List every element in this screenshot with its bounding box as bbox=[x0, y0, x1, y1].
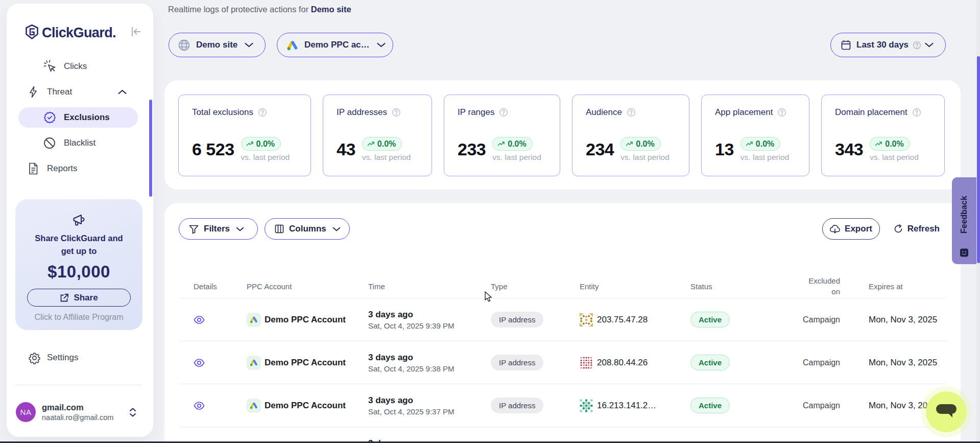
column-header-ppc-account[interactable]: PPC Account bbox=[247, 282, 368, 291]
calendar-icon bbox=[841, 40, 851, 50]
sidebar-item-blacklist[interactable]: Blacklist bbox=[18, 133, 138, 153]
entity-value: 203.75.47.28 bbox=[597, 315, 648, 325]
sidebar-item-threat[interactable]: Threat bbox=[18, 82, 138, 102]
eye-icon[interactable] bbox=[194, 402, 247, 410]
entity-value: 208.80.44.26 bbox=[597, 358, 648, 368]
ppc-account-name: Demo PPC Account bbox=[265, 358, 346, 368]
eye-icon[interactable] bbox=[194, 316, 247, 324]
stat-delta: 0.0% bbox=[377, 139, 396, 149]
time-full: Sat, Oct 4, 2025 9:37 PM bbox=[368, 407, 491, 416]
help-circle-icon[interactable] bbox=[778, 108, 786, 116]
trend-up-icon bbox=[875, 141, 882, 147]
trend-up-icon bbox=[246, 141, 254, 147]
ppc-account-selector[interactable]: Demo PPC ac… bbox=[277, 33, 393, 57]
exclusions-table-card: Filters Columns bbox=[164, 203, 961, 443]
column-header-entity[interactable]: Entity bbox=[580, 282, 690, 291]
stat-label: Total exclusions bbox=[192, 107, 253, 118]
chat-launcher-button[interactable] bbox=[926, 391, 967, 432]
sidebar-item-reports[interactable]: Reports bbox=[18, 158, 138, 179]
chevron-down-icon bbox=[245, 42, 253, 48]
help-circle-icon[interactable] bbox=[913, 108, 921, 116]
time-full: Sat, Oct 4, 2025 9:39 PM bbox=[368, 321, 491, 330]
sidebar-item-label: Exclusions bbox=[64, 112, 110, 123]
date-range-selector[interactable]: Last 30 days bbox=[830, 33, 946, 57]
sidebar-nav: Clicks Threat Exclusions bbox=[18, 56, 138, 184]
identicon bbox=[580, 313, 593, 327]
trend-up-icon bbox=[367, 141, 375, 147]
columns-icon bbox=[275, 224, 284, 234]
stat-delta: 0.0% bbox=[756, 139, 774, 149]
help-circle-icon[interactable] bbox=[392, 108, 400, 116]
export-button-label: Export bbox=[845, 224, 872, 234]
stat-caption: vs. last period bbox=[492, 153, 541, 162]
column-header-details[interactable]: Details bbox=[179, 282, 247, 291]
ppc-account-selector-value: Demo PPC ac… bbox=[304, 40, 370, 50]
column-header-status[interactable]: Status bbox=[690, 282, 802, 291]
table-row[interactable]: Demo PPC Account 3 days ago Sat, Oct 4, … bbox=[179, 341, 946, 384]
affiliate-link[interactable]: Click to Affiliate Program bbox=[15, 313, 142, 322]
column-header-time[interactable]: Time bbox=[368, 282, 491, 291]
share-button-label: Share bbox=[74, 293, 98, 303]
google-ads-icon bbox=[247, 313, 261, 327]
sidebar-scrollbar[interactable] bbox=[149, 100, 152, 197]
column-header-excluded-on[interactable]: Excluded on bbox=[802, 275, 840, 297]
help-circle-icon[interactable] bbox=[258, 108, 267, 116]
google-ads-icon bbox=[247, 399, 261, 413]
status-badge: Active bbox=[690, 355, 730, 370]
site-selector[interactable]: Demo site bbox=[169, 33, 266, 57]
share-button[interactable]: Share bbox=[27, 289, 131, 307]
trend-up-icon bbox=[497, 141, 505, 147]
sidebar-item-clicks[interactable]: Clicks bbox=[18, 56, 138, 77]
stat-label: IP addresses bbox=[337, 107, 387, 118]
account-switcher[interactable]: NA gmail.com naatali.ro@gmail.com bbox=[16, 402, 143, 423]
affiliate-promo-card[interactable]: Share ClickGuard and get up to $10,000 S… bbox=[15, 199, 142, 330]
excluded-on-value: Campaign bbox=[803, 401, 840, 410]
table-row[interactable]: Demo PPC Account 3 days ago Sat, Oct 4, … bbox=[179, 298, 946, 341]
stat-value: 43 bbox=[337, 139, 355, 159]
stats-band: Total exclusions 6 523 0.0% vs. last per… bbox=[164, 80, 961, 190]
page-scrollbar-track[interactable] bbox=[976, 0, 980, 443]
filters-button[interactable]: Filters bbox=[179, 218, 258, 240]
feedback-label: Feedback bbox=[960, 184, 969, 245]
external-link-icon bbox=[60, 293, 69, 302]
eye-icon[interactable] bbox=[194, 359, 247, 367]
stat-value: 343 bbox=[835, 139, 863, 159]
time-full: Sat, Oct 4, 2025 9:38 PM bbox=[368, 364, 491, 373]
column-header-type[interactable]: Type bbox=[491, 282, 580, 291]
page-scrollbar-thumb[interactable] bbox=[977, 56, 980, 263]
sidebar-item-label: Threat bbox=[47, 87, 72, 97]
google-ads-icon bbox=[247, 356, 261, 370]
trend-up-icon bbox=[626, 141, 633, 147]
feedback-tab[interactable]: Feedback bbox=[952, 177, 976, 264]
refresh-icon bbox=[894, 224, 903, 234]
sidebar-item-exclusions[interactable]: Exclusions bbox=[18, 107, 138, 128]
chevron-down-icon bbox=[236, 227, 244, 231]
chevron-down-icon bbox=[332, 227, 341, 231]
stat-label: Audience bbox=[586, 107, 622, 118]
stat-value: 6 523 bbox=[192, 139, 234, 159]
avatar: NA bbox=[16, 402, 36, 422]
table-row[interactable]: 3 days ago bbox=[179, 427, 946, 443]
megaphone-icon bbox=[71, 213, 87, 228]
page-subtitle-site: Demo site bbox=[311, 5, 351, 14]
help-circle-icon[interactable] bbox=[627, 108, 635, 116]
refresh-button[interactable]: Refresh bbox=[894, 218, 940, 240]
stat-delta: 0.0% bbox=[636, 139, 654, 149]
sidebar: ClickGuard. Clicks Threat bbox=[7, 4, 153, 437]
ban-icon bbox=[43, 137, 56, 149]
sidebar-item-settings[interactable]: Settings bbox=[18, 347, 138, 368]
column-header-expires-at[interactable]: Expires at bbox=[840, 282, 946, 291]
main-content: Realtime logs of protective actions for … bbox=[164, 0, 961, 443]
promo-amount: $10,000 bbox=[15, 262, 142, 282]
google-ads-icon bbox=[286, 40, 298, 51]
table-row[interactable]: Demo PPC Account 3 days ago Sat, Oct 4, … bbox=[179, 384, 946, 427]
columns-button[interactable]: Columns bbox=[265, 218, 350, 240]
ppc-account-name: Demo PPC Account bbox=[265, 315, 346, 325]
sidebar-collapse-icon[interactable] bbox=[131, 27, 142, 37]
export-button[interactable]: Export bbox=[822, 218, 880, 240]
help-circle-icon[interactable] bbox=[499, 108, 508, 116]
exclusions-table: Details PPC Account Time Type Entity Sta… bbox=[179, 274, 946, 443]
expires-at-value: Mon, Nov 3, 2025 bbox=[869, 315, 937, 324]
chevron-up-icon[interactable] bbox=[118, 89, 127, 95]
refresh-button-label: Refresh bbox=[907, 224, 940, 234]
